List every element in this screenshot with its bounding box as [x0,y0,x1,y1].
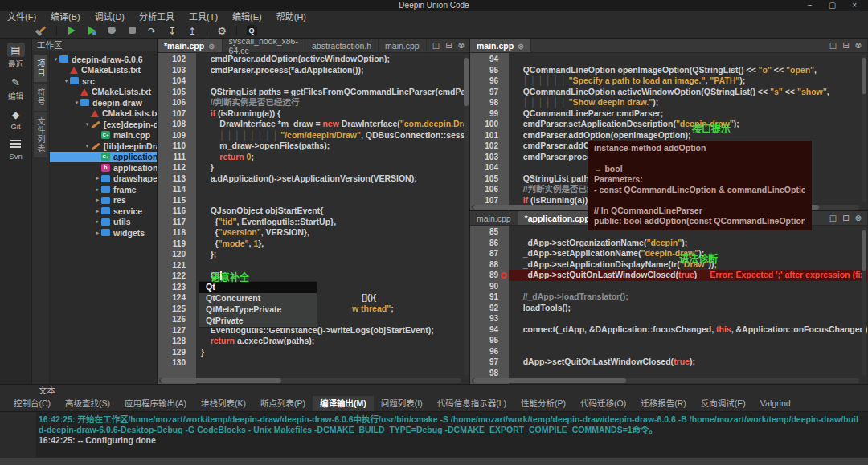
workspace-side-tab[interactable]: 项目 [34,55,47,82]
activity-item-git[interactable]: Git [0,107,31,131]
vertical-scrollbar[interactable] [862,55,866,202]
code-text: {"tid", Eventlogutils::StartUp}, [196,217,469,228]
tree-item[interactable]: application.cpp [50,152,157,163]
tree-item[interactable]: ▾deepin-draw-6.0.6 [50,54,157,65]
tree-item[interactable]: ▾[exe]deepin-draw [50,119,157,130]
horizontal-scrollbar[interactable] [472,378,859,383]
bottom-tab[interactable]: 性能分析(P) [514,396,573,411]
editor-tab[interactable]: *application.cpp [518,211,597,225]
compile-output[interactable]: 16:42:25: 开始在工作区/home/mozart/work/temp/d… [0,411,868,458]
tree-item[interactable]: ▾deepin-draw [50,97,157,108]
tree-item[interactable]: ▸utils [50,217,157,228]
bottom-tab[interactable]: 代码信息指示器(L) [430,396,514,411]
code-editor-left[interactable]: 语意补全 QtQtConcurrentQtMetaTypePrivateQtPr… [158,53,469,384]
tree-item[interactable]: ▸service [50,206,157,217]
tree-item[interactable]: application.h [50,162,157,173]
tree-item[interactable]: CMakeLists.txt [50,65,157,76]
build-button[interactable] [36,25,47,36]
completion-item[interactable]: QtConcurrent [199,293,317,304]
bottom-tab[interactable]: 断点列表(P) [253,396,313,411]
tree-item[interactable]: ▾[lib]deepinDrawB… [50,141,157,152]
tab-close-icon[interactable] [518,41,524,51]
maximize-button[interactable]: ▢ [821,0,844,11]
vertical-scrollbar[interactable] [464,55,469,376]
bottom-tab[interactable]: 控制台(C) [6,396,58,411]
split-horizontal-icon[interactable] [445,41,452,50]
run-button[interactable] [66,25,77,36]
split-horizontal-icon[interactable] [842,41,849,50]
tree-item[interactable]: CMakeLists.txt [50,108,157,120]
line-number: 106 [158,97,196,108]
line-number: 121 [158,260,196,271]
line-number: 102 [158,54,196,65]
code-editor-right-bottom[interactable]: 8586 _dApp->setOrganizationName("deepin"… [470,226,867,384]
split-vertical-icon[interactable] [432,41,440,50]
line-number: 129 [158,347,196,358]
bottom-panel-tabs: 控制台(C)高级查找(S)应用程序输出(A)堆栈列表(K)断点列表(P)编译输出… [0,396,868,411]
tree-item[interactable]: CMakeLists.txt [50,87,157,98]
editor-tab[interactable]: *main.cpp [158,39,223,52]
menu-item[interactable]: 调试(D) [88,11,132,22]
bottom-tab[interactable]: 反向调试(E) [694,396,753,411]
completion-item[interactable]: Qt [199,282,317,293]
tree-item[interactable]: ▾src [50,75,157,87]
tree-item[interactable]: ▸frame [50,184,157,195]
menu-item[interactable]: 编辑(E) [225,11,269,22]
step-out-button[interactable] [186,25,198,36]
editor-tab[interactable]: syscall_hook_x86-64.cc [223,39,305,52]
close-group-icon[interactable] [855,214,862,222]
bottom-tab[interactable]: 问题列表(I) [374,396,430,411]
code-line: 128 return a.execDraw(paths); [158,336,469,347]
activity-item-edit[interactable]: 编辑 [0,75,31,101]
search-button[interactable] [246,25,257,36]
minimize-button[interactable]: − [800,0,821,11]
close-group-icon[interactable] [855,41,862,50]
bottom-tab[interactable]: 代码迁移(O) [573,396,633,411]
debug-button[interactable] [86,25,97,36]
bottom-tab[interactable]: Valgrind [753,396,798,411]
menu-item[interactable]: 文件(F) [0,11,43,22]
line-number: 111 [158,152,196,163]
horizontal-scrollbar[interactable] [159,378,461,383]
tree-item[interactable]: ▸drawshape [50,173,157,185]
menu-item[interactable]: 工具(T) [182,11,225,22]
line-number: 92 [470,303,509,314]
split-vertical-icon[interactable] [829,214,837,222]
editor-tab[interactable]: main.cpp [470,211,518,225]
hammer-icon [38,26,47,35]
close-button[interactable]: × [844,0,865,11]
completion-item[interactable]: QtPrivate [199,316,317,327]
tree-item[interactable]: ▸res [50,195,157,206]
menu-item[interactable]: 帮助(H) [269,11,313,22]
workspace-side-tab[interactable]: 文件列表 [34,112,47,157]
bottom-tab[interactable]: 高级查找(S) [58,396,117,411]
split-horizontal-icon[interactable] [842,214,849,222]
menu-item[interactable]: 分析工具 [132,11,182,22]
stop-button[interactable] [126,25,137,36]
completion-item[interactable]: QtMetaTypePrivate [199,304,317,316]
editor-tab[interactable]: main.cpp [379,39,427,52]
editor-tab[interactable]: abstractaction.h [305,39,379,52]
tree-item[interactable]: main.cpp [50,130,157,141]
close-group-icon[interactable] [458,41,465,50]
code-line: 114 [158,184,469,195]
tree-item[interactable]: ▸widgets [50,227,157,239]
bottom-tab[interactable]: 堆栈列表(K) [194,396,253,411]
activity-item-svn[interactable]: Svn [0,137,31,161]
editor-tab[interactable]: main.cpp [470,39,531,52]
menu-item[interactable]: 编译(B) [43,11,88,22]
bottom-tab[interactable]: 应用程序输出(A) [117,396,194,411]
step-into-button[interactable] [166,25,178,36]
step-over-button[interactable] [146,25,158,36]
activity-item-recent[interactable]: 最近 [0,43,31,69]
bottom-tab[interactable]: 编译输出(M) [313,396,374,411]
bottom-tab[interactable]: 迁移报告(R) [633,396,694,411]
workspace-side-tab[interactable]: 符号 [34,84,47,111]
attach-button[interactable] [106,25,117,36]
vertical-scrollbar[interactable] [862,227,866,376]
split-vertical-icon[interactable] [829,41,837,50]
hover-doc-line: Parameters: [594,174,805,185]
activity-item-label: 编辑 [8,90,23,101]
settings-button[interactable] [216,25,227,36]
tab-close-icon[interactable] [208,41,215,51]
